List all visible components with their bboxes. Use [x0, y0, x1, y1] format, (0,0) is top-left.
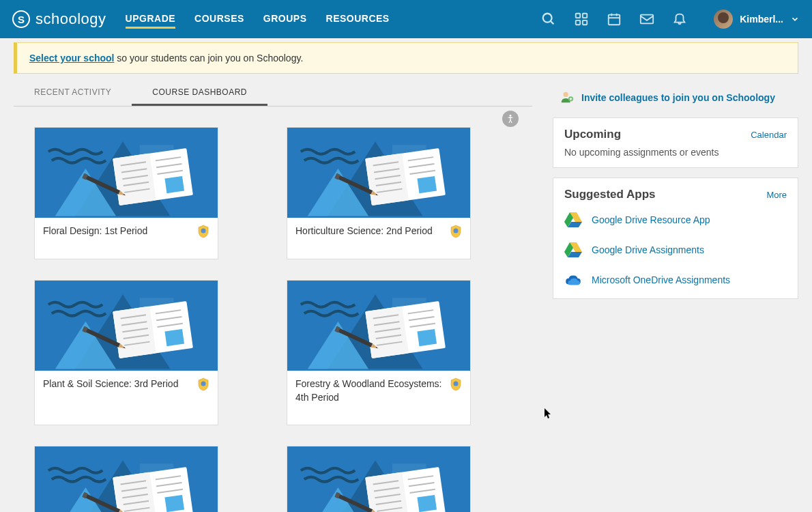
- nav-groups[interactable]: GROUPS: [263, 10, 307, 29]
- svg-point-23: [543, 14, 552, 23]
- suggested-apps-panel: Suggested Apps More Google Drive Resourc…: [553, 177, 798, 299]
- nav-upgrade[interactable]: UPGRADE: [126, 10, 176, 29]
- school-banner: Select your school so your students can …: [14, 42, 798, 74]
- course-card[interactable]: [34, 446, 218, 512]
- banner-text: so your students can join you on Schoolo…: [114, 53, 303, 63]
- bell-icon[interactable]: [671, 11, 688, 27]
- nav-resources[interactable]: RESOURCES: [326, 10, 390, 29]
- course-thumbnail: [287, 128, 470, 218]
- svg-rect-28: [583, 20, 587, 25]
- course-title: Floral Design: 1st Period: [43, 225, 197, 238]
- admin-badge-icon: [450, 378, 462, 391]
- avatar: [714, 10, 733, 29]
- onedrive-icon: [564, 271, 582, 289]
- accessibility-icon[interactable]: [502, 111, 519, 127]
- course-card[interactable]: Forestry & Woodland Ecosystems: 4th Peri…: [287, 280, 471, 425]
- app-name: Microsoft OneDrive Assignments: [592, 274, 730, 285]
- course-card[interactable]: Plant & Soil Science: 3rd Period: [34, 280, 218, 425]
- app-item[interactable]: Google Drive Assignments: [564, 241, 787, 259]
- calendar-link[interactable]: Calendar: [751, 130, 787, 140]
- course-card[interactable]: Horticulture Science: 2nd Period: [287, 127, 471, 259]
- course-title: Forestry & Woodland Ecosystems: 4th Peri…: [295, 378, 450, 404]
- course-card[interactable]: Floral Design: 1st Period: [34, 127, 218, 259]
- nav-icons: Kimberl...: [540, 10, 800, 29]
- apps-more-link[interactable]: More: [766, 190, 787, 200]
- logo-mark: S: [12, 10, 30, 28]
- svg-point-34: [510, 115, 512, 117]
- apps-grid-icon[interactable]: [573, 11, 590, 27]
- course-thumbnail: [35, 446, 218, 512]
- nav-links: UPGRADE COURSES GROUPS RESOURCES: [126, 10, 390, 29]
- course-grid: Floral Design: 1st Period Horticulture S…: [14, 127, 532, 512]
- course-thumbnail: [35, 281, 218, 371]
- tab-course-dashboard[interactable]: COURSE DASHBOARD: [132, 81, 267, 106]
- upcoming-panel: Upcoming Calendar No upcoming assignment…: [553, 117, 798, 168]
- course-thumbnail: [287, 281, 470, 371]
- apps-title: Suggested Apps: [564, 188, 656, 201]
- svg-point-35: [564, 92, 568, 97]
- tab-recent-activity[interactable]: RECENT ACTIVITY: [14, 81, 132, 106]
- user-menu[interactable]: Kimberl...: [714, 10, 800, 29]
- upcoming-title: Upcoming: [564, 128, 621, 141]
- svg-rect-27: [576, 20, 580, 25]
- calendar-icon[interactable]: [606, 11, 622, 27]
- svg-rect-25: [576, 14, 580, 18]
- admin-badge-icon: [197, 225, 209, 238]
- app-name: Google Drive Assignments: [592, 244, 704, 255]
- svg-rect-26: [583, 14, 587, 18]
- svg-line-24: [551, 21, 554, 25]
- search-icon[interactable]: [540, 11, 557, 27]
- dashboard-tabs: RECENT ACTIVITY COURSE DASHBOARD: [14, 81, 532, 106]
- admin-badge-icon: [197, 378, 209, 391]
- admin-badge-icon: [450, 225, 462, 238]
- chevron-down-icon: [790, 14, 800, 24]
- course-card[interactable]: [287, 446, 471, 512]
- svg-rect-33: [641, 15, 653, 24]
- course-thumbnail: [35, 128, 218, 218]
- app-name: Google Drive Resource App: [592, 214, 710, 225]
- app-item[interactable]: Microsoft OneDrive Assignments: [564, 271, 787, 289]
- invite-icon: [560, 90, 575, 105]
- upcoming-empty: No upcoming assignments or events: [564, 147, 787, 158]
- select-school-link[interactable]: Select your school: [29, 53, 114, 63]
- invite-colleagues-link[interactable]: Invite colleagues to join you on Schoolo…: [553, 87, 798, 108]
- svg-rect-29: [609, 15, 620, 25]
- app-item[interactable]: Google Drive Resource App: [564, 211, 787, 229]
- course-title: Horticulture Science: 2nd Period: [295, 225, 450, 238]
- username: Kimberl...: [740, 14, 783, 25]
- course-thumbnail: [287, 446, 470, 512]
- gdrive-icon: [564, 241, 582, 259]
- brand-name: schoology: [35, 10, 106, 28]
- gdrive-icon: [564, 211, 582, 229]
- nav-courses[interactable]: COURSES: [194, 10, 244, 29]
- invite-label: Invite colleagues to join you on Schoolo…: [581, 92, 775, 103]
- mail-icon[interactable]: [639, 11, 655, 27]
- course-title: Plant & Soil Science: 3rd Period: [43, 378, 197, 391]
- brand-logo[interactable]: S schoology: [12, 10, 106, 28]
- top-nav: S schoology UPGRADE COURSES GROUPS RESOU…: [0, 0, 812, 38]
